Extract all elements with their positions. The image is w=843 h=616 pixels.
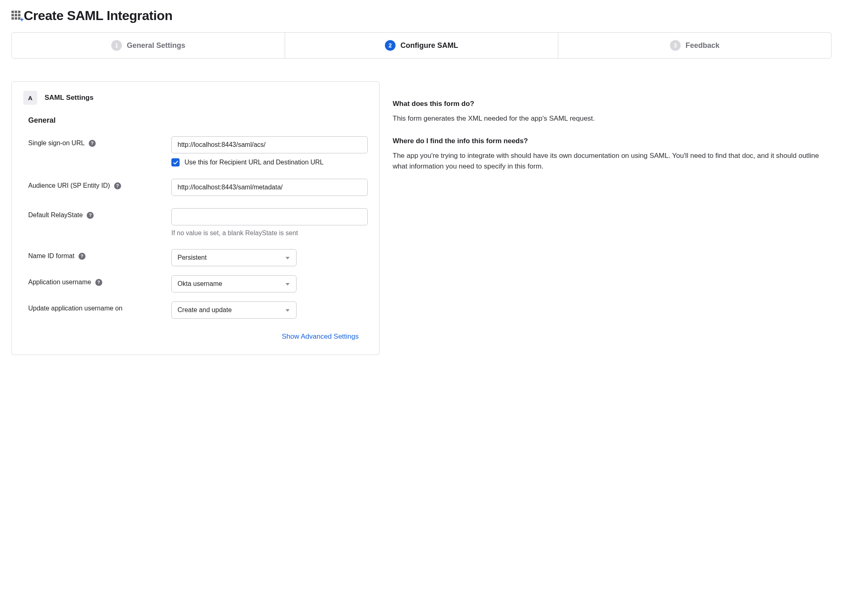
help-icon[interactable]: ? [89,140,96,147]
wizard-steps: 1 General Settings 2 Configure SAML 3 Fe… [11,32,832,58]
step-number: 2 [385,40,396,51]
audience-uri-input[interactable] [171,179,368,196]
step-label: Feedback [686,41,719,50]
field-update-username-on: Update application username on Create an… [23,301,368,319]
step-configure-saml[interactable]: 2 Configure SAML [285,33,558,58]
sidebar-q1-title: What does this form do? [393,99,832,109]
sidebar-q2-title: Where do I find the info this form needs… [393,136,832,146]
app-username-label: Application username [28,279,91,286]
step-number: 1 [111,40,122,51]
help-icon[interactable]: ? [114,182,121,189]
help-icon[interactable]: ? [87,212,94,219]
use-for-recipient-checkbox[interactable] [171,158,180,166]
update-username-on-label: Update application username on [28,305,122,312]
relay-state-label: Default RelayState [28,211,83,219]
relay-state-input[interactable] [171,208,368,225]
sidebar-q2-body: The app you're trying to integrate with … [393,151,832,172]
app-username-select[interactable]: Okta username [171,275,297,292]
select-value: Persistent [178,254,207,261]
show-advanced-settings-link[interactable]: Show Advanced Settings [23,333,368,341]
field-audience-uri: Audience URI (SP Entity ID) ? [23,179,368,196]
select-value: Create and update [178,306,232,313]
step-general-settings[interactable]: 1 General Settings [12,33,285,58]
field-name-id-format: Name ID format ? Persistent [23,249,368,266]
sidebar-q1-body: This form generates the XML needed for t… [393,113,832,124]
page-title: Create SAML Integration [24,8,173,23]
step-feedback[interactable]: 3 Feedback [558,33,831,58]
step-number: 3 [670,40,681,51]
sso-url-input[interactable] [171,136,368,153]
help-sidebar: What does this form do? This form genera… [393,81,832,184]
saml-settings-card: A SAML Settings General Single sign-on U… [11,81,380,355]
help-icon[interactable]: ? [79,253,85,260]
use-for-recipient-label: Use this for Recipient URL and Destinati… [184,159,324,166]
section-header: A SAML Settings [23,91,368,105]
subheading-general: General [28,116,368,125]
step-label: General Settings [127,41,185,50]
name-id-format-select[interactable]: Persistent [171,249,297,266]
relay-state-hint: If no value is set, a blank RelayState i… [171,229,368,237]
field-sso-url: Single sign-on URL ? Use this for Recipi… [23,136,368,166]
page-header: + Create SAML Integration [11,8,832,23]
step-label: Configure SAML [400,41,458,50]
select-value: Okta username [178,280,222,287]
update-username-on-select[interactable]: Create and update [171,301,297,319]
field-relay-state: Default RelayState ? If no value is set,… [23,208,368,237]
section-letter: A [23,91,37,105]
field-app-username: Application username ? Okta username [23,275,368,292]
app-grid-icon: + [11,11,22,21]
name-id-format-label: Name ID format [28,252,74,260]
sso-url-label: Single sign-on URL [28,139,85,147]
audience-uri-label: Audience URI (SP Entity ID) [28,182,110,189]
help-icon[interactable]: ? [95,279,102,286]
section-title: SAML Settings [45,94,94,102]
check-icon [173,160,178,165]
